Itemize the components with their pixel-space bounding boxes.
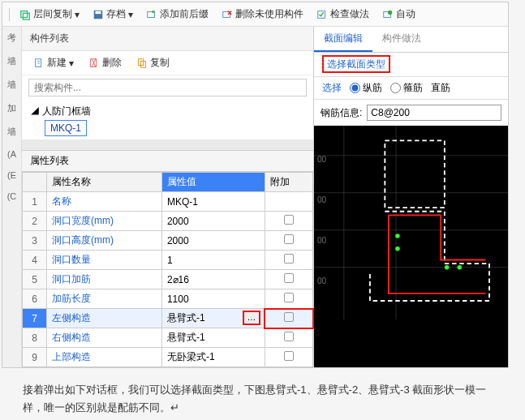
svg-point-23	[445, 265, 450, 270]
chevron-down-icon: ▾	[69, 58, 74, 69]
component-tree: ◢ 人防门框墙 MKQ-1	[22, 100, 313, 139]
cad-viewport[interactable]: 00 00 00 00	[314, 126, 508, 367]
table-row[interactable]: 8右侧构造悬臂式-1	[23, 328, 313, 348]
prop-value[interactable]: 2⌀16	[161, 270, 265, 289]
prop-value[interactable]: 2000	[161, 212, 265, 231]
rebar-info-input[interactable]	[367, 105, 501, 121]
col-value: 属性值	[161, 173, 265, 192]
delete-button[interactable]: 删除	[84, 54, 127, 71]
copy-button[interactable]: 复制	[131, 54, 174, 71]
table-row[interactable]: 9上部构造无卧梁式-1	[23, 348, 313, 367]
tree-item-mkq1[interactable]: MKQ-1	[45, 120, 87, 136]
copy-floor-button[interactable]: 层间复制 ▾	[15, 6, 84, 23]
prop-extra-checkbox[interactable]	[265, 348, 312, 367]
straight-label: 直筋	[431, 81, 450, 95]
chevron-down-icon: ▾	[75, 9, 80, 20]
col-name: 属性名称	[47, 173, 162, 192]
property-list-title: 属性列表	[22, 150, 313, 172]
prop-extra-checkbox[interactable]	[265, 251, 312, 270]
new-icon	[33, 58, 45, 69]
save-button[interactable]: 存档 ▾	[88, 6, 138, 23]
prop-name: 右侧构造	[47, 328, 162, 348]
prop-value[interactable]: 悬臂式-1	[161, 328, 265, 348]
prop-value[interactable]: MKQ-1	[161, 192, 265, 212]
auto-button[interactable]: 自动	[377, 6, 420, 23]
prop-name: 左侧构造	[47, 309, 162, 328]
table-row[interactable]: 1名称MKQ-1	[23, 192, 313, 212]
auto-icon	[382, 9, 394, 20]
table-row[interactable]: 3洞口高度(mm)2000	[23, 231, 313, 251]
save-icon	[93, 9, 104, 20]
tab-method[interactable]: 构件做法	[372, 27, 431, 52]
delete-icon	[222, 9, 233, 20]
prop-value[interactable]: 1	[161, 251, 265, 270]
prop-extra-checkbox[interactable]	[265, 270, 312, 289]
prop-extra-checkbox[interactable]	[265, 192, 312, 212]
delete-icon	[88, 58, 100, 69]
prop-name: 加筋长度	[47, 289, 162, 309]
tab-section-edit[interactable]: 截面编辑	[314, 27, 372, 52]
main-toolbar: 层间复制 ▾ 存档 ▾ 添加前后缀 删除未使用构件 检查做法 自动	[2, 2, 508, 27]
prop-extra-checkbox[interactable]	[265, 231, 312, 251]
delete-unused-button[interactable]: 删除未使用构件	[217, 6, 308, 23]
check-make-button[interactable]: 检查做法	[312, 6, 374, 23]
search-input[interactable]	[28, 79, 307, 96]
description-text: 接着弹出如下对话框，我们可以选择截面类型，下图悬臂式-1、悬臂式-2、悬臂式-3…	[0, 370, 507, 417]
rebar-info-label: 钢筋信息:	[321, 106, 362, 120]
svg-rect-0	[21, 11, 28, 17]
col-extra: 附加	[265, 173, 312, 192]
ellipsis-button[interactable]: …	[243, 311, 260, 324]
prop-extra-checkbox[interactable]	[265, 328, 312, 348]
prop-name: 上部构造	[47, 348, 162, 367]
prop-extra-checkbox[interactable]	[265, 309, 312, 328]
add-prefix-icon	[146, 9, 157, 20]
new-button[interactable]: 新建 ▾	[28, 54, 79, 71]
svg-rect-3	[96, 11, 101, 14]
add-prefix-button[interactable]: 添加前后缀	[141, 6, 213, 23]
prop-name: 洞口数量	[47, 251, 162, 270]
chevron-down-icon: ▾	[128, 9, 133, 20]
svg-point-24	[457, 265, 462, 270]
prop-extra-checkbox[interactable]	[265, 212, 312, 231]
svg-point-8	[388, 10, 392, 14]
prop-extra-checkbox[interactable]	[265, 289, 312, 309]
property-table: 属性名称 属性值 附加 1名称MKQ-12洞口宽度(mm)20003洞口高度(m…	[22, 172, 313, 367]
copy-icon	[136, 58, 148, 69]
prop-name: 洞口加筋	[47, 270, 162, 289]
radio-stirrup[interactable]: 箍筋	[390, 81, 423, 95]
radio-longitudinal[interactable]: 纵筋	[350, 81, 382, 95]
svg-rect-1	[23, 13, 29, 19]
right-tabs: 截面编辑 构件做法	[314, 27, 508, 53]
side-labels: 考 墙 墙 加 墙 (A (E (C	[2, 27, 22, 367]
prop-value[interactable]: 无卧梁式-1	[161, 348, 265, 367]
svg-point-22	[395, 246, 400, 251]
prop-name: 洞口高度(mm)	[47, 231, 162, 251]
check-icon	[316, 9, 328, 20]
table-row[interactable]: 7左侧构造悬臂式-1…	[23, 309, 313, 328]
table-row[interactable]: 2洞口宽度(mm)2000	[23, 212, 313, 231]
prop-name: 洞口宽度(mm)	[47, 212, 162, 231]
copy-floor-icon	[19, 9, 31, 20]
cad-drawing	[314, 126, 508, 319]
select-section-type[interactable]: 选择截面类型	[314, 53, 508, 77]
svg-rect-19	[385, 140, 445, 208]
select-mode[interactable]: 选择	[322, 81, 342, 95]
prop-name: 名称	[47, 192, 162, 212]
table-row[interactable]: 5洞口加筋2⌀16	[23, 270, 313, 289]
prop-value[interactable]: 2000	[161, 231, 265, 251]
table-row[interactable]: 4洞口数量1	[23, 251, 313, 270]
tree-root[interactable]: ◢ 人防门框墙	[30, 103, 305, 120]
prop-value[interactable]: 1100	[161, 289, 265, 309]
prop-value[interactable]: 悬臂式-1…	[161, 309, 265, 328]
component-list-title: 构件列表	[22, 27, 313, 51]
table-row[interactable]: 6加筋长度1100	[23, 289, 313, 309]
svg-point-21	[395, 234, 400, 238]
